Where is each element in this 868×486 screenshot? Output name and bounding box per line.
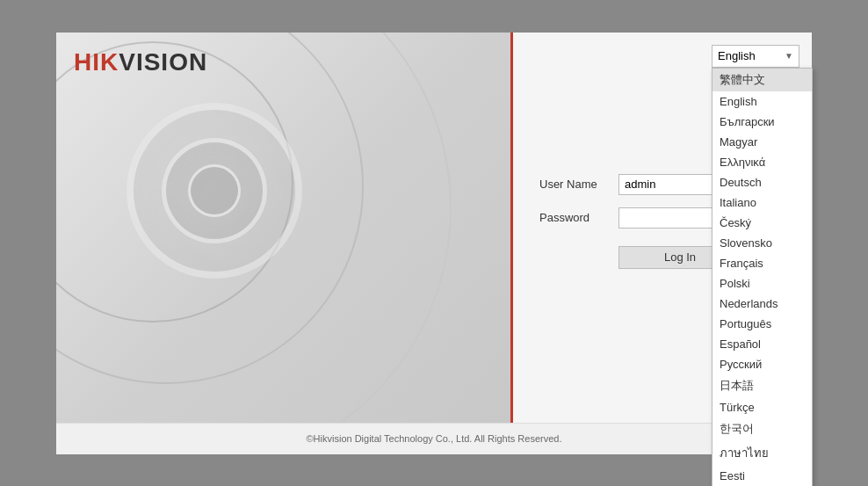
username-label: User Name — [539, 178, 618, 191]
language-select-button[interactable]: English ▼ — [712, 45, 799, 68]
lang-option-spanish[interactable]: Español — [712, 334, 812, 354]
logo-vision: VISION — [119, 48, 207, 76]
lang-option-french[interactable]: Français — [712, 253, 812, 273]
lang-option-korean[interactable]: 한국어 — [712, 417, 812, 440]
lang-option-english[interactable]: English — [712, 91, 812, 112]
lang-option-bulgarian[interactable]: Български — [712, 112, 812, 132]
left-panel: HIKVISION — [56, 33, 513, 423]
lang-option-portuguese[interactable]: Português — [712, 314, 812, 334]
main-container: English ▼ 繁體中文 English Български Magyar … — [56, 33, 812, 454]
lang-option-italian[interactable]: Italiano — [712, 192, 812, 213]
language-dropdown-wrapper[interactable]: English ▼ 繁體中文 English Български Magyar … — [712, 45, 799, 68]
lang-option-hungarian[interactable]: Magyar — [712, 132, 812, 152]
footer: ©Hikvision Digital Technology Co., Ltd. … — [56, 423, 812, 454]
selected-language-label: English — [718, 49, 756, 62]
lang-option-german[interactable]: Deutsch — [712, 172, 812, 192]
lang-option-greek[interactable]: Ελληνικά — [712, 152, 812, 172]
lang-option-russian[interactable]: Русский — [712, 354, 812, 374]
lens-core — [188, 164, 241, 217]
lang-option-dutch[interactable]: Nederlands — [712, 294, 812, 314]
lang-option-estonian[interactable]: Eesti — [712, 466, 812, 486]
lang-option-polish[interactable]: Polski — [712, 273, 812, 294]
logo-hik: HIK — [74, 48, 119, 76]
lang-option-traditional-chinese[interactable]: 繁體中文 — [712, 69, 812, 91]
chevron-down-icon: ▼ — [785, 51, 793, 61]
language-dropdown-list[interactable]: 繁體中文 English Български Magyar Ελληνικά D… — [712, 68, 813, 487]
content-area: HIKVISION User Name Password Log In — [56, 33, 812, 423]
password-label: Password — [539, 211, 618, 224]
footer-text: ©Hikvision Digital Technology Co., Ltd. … — [307, 433, 562, 444]
lang-option-slovak[interactable]: Slovensko — [712, 233, 812, 253]
logo: HIKVISION — [74, 48, 207, 76]
lang-option-czech[interactable]: Český — [712, 213, 812, 233]
lang-option-japanese[interactable]: 日本語 — [712, 374, 812, 397]
lang-option-turkish[interactable]: Türkçe — [712, 397, 812, 417]
logo-area: HIKVISION — [74, 48, 207, 76]
lang-option-thai[interactable]: ภาษาไทย — [712, 440, 812, 466]
